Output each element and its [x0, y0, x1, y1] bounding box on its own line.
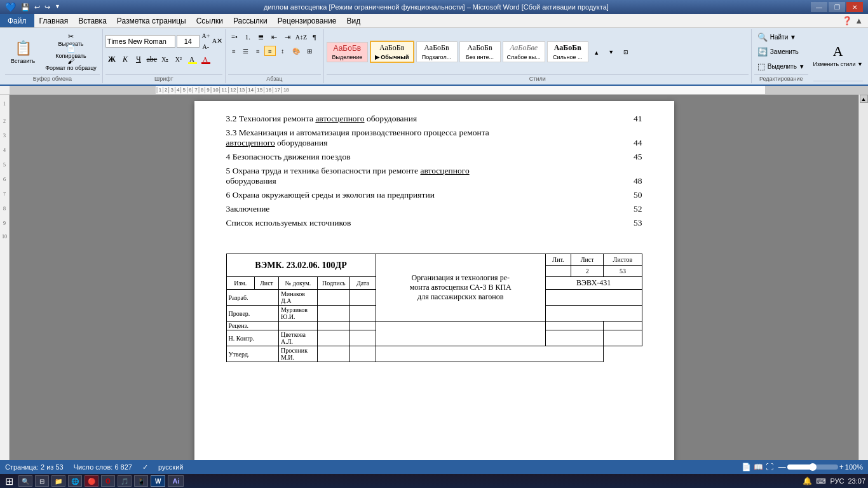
- menu-references[interactable]: Ссылки: [191, 14, 228, 27]
- subscript-button[interactable]: X₂: [159, 53, 172, 65]
- styles-more[interactable]: ⊡: [620, 46, 632, 58]
- font-group: A+ A- A✕ Ж К Ч abe X₂ X² A A: [103, 29, 226, 83]
- menu-insert[interactable]: Вставка: [73, 14, 112, 27]
- ribbon: 📋 Вставить ✂ Вырезать 📄 Копировать 🖌 Фор…: [0, 28, 868, 86]
- window-title: диплом автосцепка [Режим ограниченной фу…: [62, 3, 811, 11]
- role-utverd: Утверд.: [226, 346, 278, 362]
- notification-icon[interactable]: 🔔: [803, 477, 812, 485]
- task-view-button[interactable]: ⊟: [35, 475, 49, 487]
- spell-check-icon[interactable]: ✓: [142, 463, 148, 471]
- style-strong[interactable]: АаБоБв Сильное ...: [547, 41, 588, 62]
- col-izm: Изм.: [226, 277, 255, 290]
- italic-button[interactable]: К: [119, 53, 132, 65]
- sort-button[interactable]: A↕Z: [295, 30, 308, 43]
- paste-button[interactable]: 📋 Вставить: [5, 37, 41, 67]
- format-copy-button[interactable]: 🖌 Формат по образцу: [42, 58, 100, 70]
- show-marks-button[interactable]: ¶: [308, 30, 321, 43]
- font-size-increase[interactable]: A+: [201, 30, 211, 41]
- font-color-button[interactable]: A: [199, 53, 212, 65]
- styles-scroll-down[interactable]: ▼: [605, 46, 618, 58]
- align-left-button[interactable]: ≡: [228, 46, 240, 56]
- menu-view[interactable]: Вид: [341, 14, 365, 27]
- menu-home[interactable]: Главная: [34, 14, 74, 27]
- select-button[interactable]: ⬚ Выделить ▼: [754, 60, 808, 73]
- minimize-button[interactable]: —: [811, 2, 827, 12]
- align-center-button[interactable]: ☰: [240, 46, 252, 56]
- lit-value-cell: [545, 266, 571, 277]
- bullets-button[interactable]: ≡•: [228, 30, 241, 43]
- qat-dropdown[interactable]: ▼: [53, 3, 62, 11]
- taskbar-opera[interactable]: O: [101, 475, 115, 487]
- menu-review[interactable]: Рецензирование: [273, 14, 342, 27]
- menu-file[interactable]: Файл: [0, 14, 34, 27]
- menu-mailings[interactable]: Рассылки: [228, 14, 273, 27]
- font-name-input[interactable]: [105, 35, 175, 48]
- replace-button[interactable]: 🔄 Заменить: [754, 45, 802, 58]
- minimize-ribbon-icon[interactable]: ▲: [855, 16, 863, 25]
- taskbar-app1[interactable]: 🔴: [85, 475, 98, 487]
- fullscreen-icon[interactable]: ⛶: [766, 463, 773, 471]
- shading-button[interactable]: 🎨: [290, 44, 302, 57]
- align-justify-button[interactable]: ≡: [264, 46, 276, 56]
- taskbar-phone[interactable]: 📱: [134, 475, 148, 487]
- highlight-button[interactable]: A: [186, 53, 198, 65]
- qat-undo[interactable]: ↩: [33, 3, 41, 11]
- multilevel-list-button[interactable]: ≣: [255, 30, 268, 43]
- reading-icon[interactable]: 📖: [754, 463, 763, 471]
- taskbar-right: 🔔 ⌨ РУС 23:07: [803, 477, 865, 485]
- taskbar-ai[interactable]: Ai: [168, 475, 184, 487]
- superscript-button[interactable]: X²: [172, 53, 185, 65]
- language[interactable]: русский: [158, 463, 183, 471]
- font-size-decrease[interactable]: A-: [201, 41, 211, 51]
- taskbar-music[interactable]: 🎵: [118, 475, 132, 487]
- style-highlight[interactable]: АаБоБв Выделение: [327, 42, 368, 62]
- numbering-button[interactable]: 1.: [241, 30, 254, 43]
- restore-button[interactable]: ❐: [829, 2, 845, 12]
- increase-indent-button[interactable]: ⇥: [281, 30, 294, 43]
- role-prover: Провер.: [226, 306, 278, 322]
- help-icon[interactable]: ❓: [842, 16, 852, 25]
- style-normal[interactable]: АаБоБв ▶ Обычный: [370, 41, 414, 63]
- col-docnum: № докум.: [278, 277, 317, 290]
- copy-button[interactable]: 📄 Копировать: [42, 46, 100, 58]
- clear-format-btn[interactable]: A✕: [212, 36, 222, 46]
- underline-button[interactable]: Ч: [132, 53, 145, 65]
- taskbar-word[interactable]: W: [151, 475, 165, 487]
- start-button[interactable]: ⊞: [3, 475, 16, 487]
- strikethrough-button[interactable]: abe: [146, 53, 158, 65]
- line-spacing-button[interactable]: ↕: [276, 44, 289, 57]
- font-label: Шрифт: [105, 74, 222, 82]
- style-no-spacing[interactable]: АаБоБв Без инте...: [459, 41, 501, 62]
- find-button[interactable]: 🔍 Найти ▼: [754, 30, 799, 44]
- qat-redo[interactable]: ↪: [43, 3, 51, 11]
- layout-icon[interactable]: 📄: [742, 463, 751, 471]
- taskbar-explorer[interactable]: 📁: [51, 475, 65, 487]
- style-heading[interactable]: АаБоБв Подзагол...: [416, 41, 458, 62]
- taskbar-edge[interactable]: 🌐: [68, 475, 82, 487]
- scrollbar[interactable]: ▲ ▼: [858, 95, 868, 488]
- sheets-label-cell: Листов: [604, 254, 642, 266]
- bold-button[interactable]: Ж: [105, 53, 118, 65]
- align-right-button[interactable]: ≡: [252, 46, 264, 56]
- zoom-plus[interactable]: +: [839, 463, 844, 471]
- zoom-minus[interactable]: —: [778, 463, 786, 471]
- styles-scroll-up[interactable]: ▲: [590, 46, 603, 59]
- sheets-total-cell: 53: [604, 266, 642, 277]
- qat-save[interactable]: 💾: [20, 3, 31, 11]
- keyboard-icon[interactable]: ⌨: [816, 477, 826, 485]
- cut-button[interactable]: ✂ Вырезать: [42, 34, 100, 46]
- decrease-indent-button[interactable]: ⇤: [268, 30, 281, 43]
- sheet-label-cell: Лист: [571, 254, 604, 266]
- name-razrab: Минаков Д.А: [278, 290, 317, 306]
- lang-indicator[interactable]: РУС: [830, 477, 844, 485]
- close-button[interactable]: ✕: [846, 2, 863, 12]
- menu-page-layout[interactable]: Разметка страницы: [112, 14, 191, 27]
- font-size-input[interactable]: [177, 35, 200, 48]
- zoom-level[interactable]: 100%: [845, 463, 863, 471]
- borders-button[interactable]: ⊞: [303, 44, 316, 57]
- lit-label-cell: Лит.: [545, 254, 571, 266]
- style-weak[interactable]: АаБоБве Слабое вы...: [503, 41, 545, 62]
- search-button[interactable]: 🔍: [18, 475, 32, 487]
- document-area[interactable]: 3.2 Технология ремонта автосцепного обор…: [10, 95, 858, 488]
- change-style-group: A Изменить стили ▼: [811, 29, 865, 83]
